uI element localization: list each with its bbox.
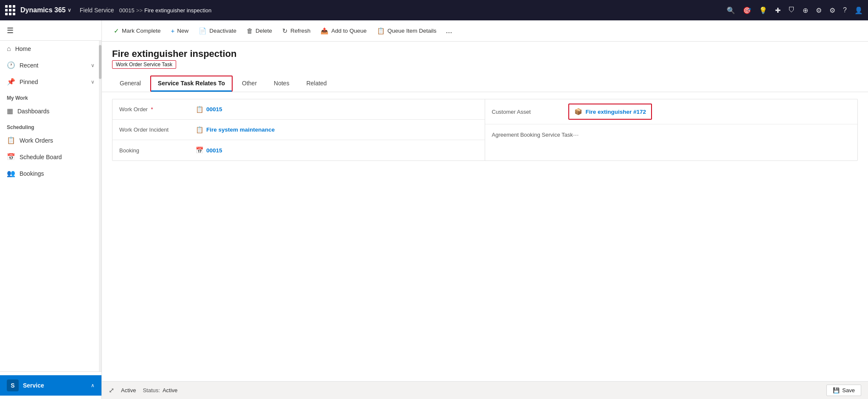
advanced-settings-icon[interactable]: ⚙ xyxy=(829,6,835,14)
scrollbar-thumb[interactable] xyxy=(99,45,101,79)
refresh-icon: ↻ xyxy=(282,27,288,35)
plus-icon: + xyxy=(171,27,175,34)
breadcrumb-id[interactable]: 00015 xyxy=(119,7,135,14)
work-order-label: Work Order * xyxy=(119,106,196,112)
sidebar-item-pinned[interactable]: 📌 Pinned ∨ xyxy=(0,73,101,90)
my-work-section: My Work xyxy=(0,90,101,103)
service-avatar: S xyxy=(7,379,19,391)
settings-icon[interactable]: ⚙ xyxy=(816,6,822,14)
delete-button[interactable]: 🗑 Delete xyxy=(242,23,277,39)
save-label: Save xyxy=(842,387,855,393)
work-order-incident-value: 📋 Fire system maintenance xyxy=(196,126,275,134)
tab-service-task-relates-to[interactable]: Service Task Relates To xyxy=(150,76,233,92)
tab-related[interactable]: Related xyxy=(299,76,334,92)
form-section: Work Order * 📋 00015 Work Order I xyxy=(112,99,858,161)
booking-link[interactable]: 00015 xyxy=(206,147,222,154)
status-bar: ⤢ Active Status: Active 💾 Save xyxy=(102,381,868,399)
status-detail: Status: Active xyxy=(143,387,177,393)
bookings-icon: 👥 xyxy=(7,169,15,177)
create-icon[interactable]: ✚ xyxy=(775,6,781,14)
app-launcher-icon[interactable] xyxy=(5,5,15,15)
new-button[interactable]: + New xyxy=(166,23,194,39)
command-bar: ✓ Mark Complete + New 📄 Deactivate 🗑 Del… xyxy=(102,20,868,42)
scrollbar[interactable] xyxy=(99,41,101,371)
more-button[interactable]: ... xyxy=(441,24,456,38)
sidebar-item-home[interactable]: ⌂ Home xyxy=(0,41,101,57)
active-state-label: Active xyxy=(121,387,136,393)
tabs: General Service Task Relates To Other No… xyxy=(102,70,868,92)
schedule-board-icon: 📅 xyxy=(7,153,15,161)
trash-icon: 🗑 xyxy=(247,27,253,34)
booking-value: 📅 00015 xyxy=(196,146,222,154)
service-chevron-icon[interactable]: ∧ xyxy=(91,382,95,388)
search-icon[interactable]: 🔍 xyxy=(727,6,735,14)
home-icon: ⌂ xyxy=(7,45,11,53)
sidebar-label-schedule-board: Schedule Board xyxy=(20,154,62,160)
sidebar-footer-service[interactable]: S Service ∧ xyxy=(0,375,101,396)
tab-other[interactable]: Other xyxy=(234,76,264,92)
sidebar-item-schedule-board[interactable]: 📅 Schedule Board xyxy=(0,149,101,165)
pinned-chevron-icon[interactable]: ∨ xyxy=(91,79,95,85)
top-navigation: Dynamics 365 ∨ Field Service 00015 >> Fi… xyxy=(0,0,868,20)
sidebar-label-dashboards: Dashboards xyxy=(17,108,50,115)
record-header: Fire extinguisher inspection Work Order … xyxy=(102,42,868,70)
customer-asset-box[interactable]: 📦 Fire extinguisher #172 xyxy=(568,104,652,120)
app-name-chevron[interactable]: ∨ xyxy=(67,7,71,13)
recent-chevron-icon[interactable]: ∨ xyxy=(91,62,95,68)
sidebar: ☰ ⌂ Home 🕐 Recent ∨ 📌 Pinned ∨ My Work xyxy=(0,20,102,399)
customer-asset-value: 📦 Fire extinguisher #172 xyxy=(568,104,652,120)
field-customer-asset: Customer Asset 📦 Fire extinguisher #172 xyxy=(485,99,858,124)
add-circle-icon[interactable]: ⊕ xyxy=(803,6,808,14)
form-right-column: Customer Asset 📦 Fire extinguisher #172 xyxy=(485,99,858,160)
deactivate-label: Deactivate xyxy=(209,28,236,34)
required-asterisk: * xyxy=(151,106,153,112)
pin-icon: 📌 xyxy=(7,78,15,86)
work-order-incident-link[interactable]: Fire system maintenance xyxy=(206,126,275,133)
tasks-icon[interactable]: 🎯 xyxy=(743,6,751,14)
agreement-label: Agreement Booking Service Task xyxy=(492,132,573,138)
recent-icon: 🕐 xyxy=(7,61,15,69)
app-name[interactable]: Dynamics 365 ∨ xyxy=(20,6,71,14)
breadcrumb-separator: >> xyxy=(136,7,143,14)
asset-icon: 📦 xyxy=(574,108,582,115)
queue-details-icon: 📋 xyxy=(377,27,385,35)
work-order-link[interactable]: 00015 xyxy=(206,106,222,112)
field-agreement-booking-service-task: Agreement Booking Service Task --- xyxy=(485,124,858,145)
status-label: Status: xyxy=(143,387,160,393)
sidebar-item-dashboards[interactable]: ▦ Dashboards xyxy=(0,103,101,119)
active-status: Active xyxy=(121,387,136,393)
notifications-icon[interactable]: 💡 xyxy=(759,6,767,14)
work-orders-icon: 📋 xyxy=(7,136,15,144)
breadcrumb-current: Fire extinguisher inspection xyxy=(144,7,211,14)
sidebar-item-work-orders[interactable]: 📋 Work Orders xyxy=(0,132,101,149)
deactivate-button[interactable]: 📄 Deactivate xyxy=(194,23,242,39)
save-button[interactable]: 💾 Save xyxy=(826,385,861,396)
agreement-value: --- xyxy=(573,132,579,138)
sidebar-item-recent[interactable]: 🕐 Recent ∨ xyxy=(0,57,101,73)
incident-icon: 📋 xyxy=(196,126,204,134)
queue-item-details-label: Queue Item Details xyxy=(388,28,437,34)
filter-icon[interactable]: ⛉ xyxy=(788,6,795,14)
mark-complete-button[interactable]: ✓ Mark Complete xyxy=(109,23,166,39)
form-content: Work Order * 📋 00015 Work Order I xyxy=(102,92,868,174)
tab-notes[interactable]: Notes xyxy=(266,76,297,92)
tab-general[interactable]: General xyxy=(112,76,149,92)
queue-icon: 📤 xyxy=(320,27,329,35)
sidebar-label-pinned: Pinned xyxy=(20,79,38,85)
dashboards-icon: ▦ xyxy=(7,107,13,115)
sidebar-item-bookings[interactable]: 👥 Bookings xyxy=(0,165,101,182)
refresh-button[interactable]: ↻ Refresh xyxy=(277,23,315,39)
queue-item-details-button[interactable]: 📋 Queue Item Details xyxy=(372,23,442,39)
record-area: Fire extinguisher inspection Work Order … xyxy=(102,42,868,381)
module-name: Field Service xyxy=(80,7,114,14)
help-icon[interactable]: ? xyxy=(843,6,847,14)
sidebar-label-bookings: Bookings xyxy=(20,170,44,177)
sidebar-scroll: ⌂ Home 🕐 Recent ∨ 📌 Pinned ∨ My Work ▦ D… xyxy=(0,41,101,371)
add-to-queue-button[interactable]: 📤 Add to Queue xyxy=(315,23,371,39)
expand-icon[interactable]: ⤢ xyxy=(109,386,114,394)
user-icon[interactable]: 👤 xyxy=(854,6,863,14)
customer-asset-link[interactable]: Fire extinguisher #172 xyxy=(586,109,646,115)
work-order-incident-label: Work Order Incident xyxy=(119,126,196,133)
form-columns: Work Order * 📋 00015 Work Order I xyxy=(112,99,857,160)
hamburger-icon[interactable]: ☰ xyxy=(7,26,14,35)
